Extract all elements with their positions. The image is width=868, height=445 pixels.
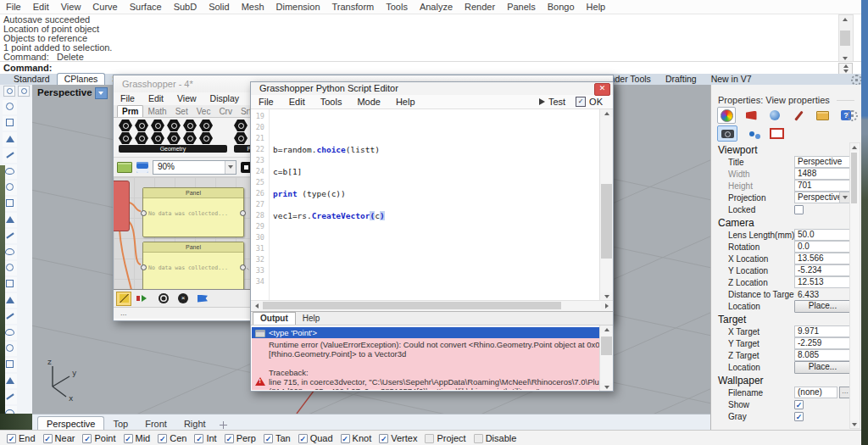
scroll-down-arrow[interactable] bbox=[850, 420, 858, 428]
toolbar-tab-standard[interactable]: Standard bbox=[7, 74, 57, 85]
component-icon[interactable] bbox=[151, 120, 164, 131]
disable-tool-icon[interactable] bbox=[157, 292, 170, 305]
output-tab-help[interactable]: Help bbox=[296, 313, 327, 325]
control-point-curve-icon[interactable] bbox=[3, 148, 17, 163]
checkbox-locked[interactable] bbox=[794, 205, 804, 214]
view-icon-clipping-rectangle[interactable] bbox=[766, 125, 787, 142]
flag-tool-icon[interactable] bbox=[196, 292, 209, 305]
paint-tool-icon[interactable] bbox=[116, 292, 131, 306]
zoom-level-dropdown[interactable]: 90% bbox=[153, 160, 236, 175]
checkbox[interactable]: ✓ bbox=[194, 434, 203, 443]
property-input[interactable]: 0.0 bbox=[794, 241, 851, 253]
osnap-quad[interactable]: ✓Quad bbox=[298, 433, 333, 443]
osnap-knot[interactable]: ✓Knot bbox=[341, 433, 372, 443]
tab-object-properties[interactable] bbox=[717, 107, 736, 124]
gear-icon[interactable] bbox=[847, 110, 858, 121]
properties-scrollbar[interactable] bbox=[849, 142, 860, 429]
menu-solid[interactable]: Solid bbox=[203, 0, 235, 14]
menu-bongo[interactable]: Bongo bbox=[542, 0, 581, 14]
property-input[interactable]: 701 bbox=[794, 180, 851, 192]
viewport-menu-arrow[interactable] bbox=[95, 87, 108, 99]
save-file-icon[interactable] bbox=[136, 162, 148, 173]
code-horizontal-scrollbar[interactable] bbox=[251, 300, 613, 311]
property-input[interactable]: 8.085 bbox=[794, 349, 851, 361]
toolbar-tab-drafting[interactable]: Drafting bbox=[665, 74, 697, 85]
checkbox[interactable]: ✓ bbox=[82, 434, 92, 443]
component-icon[interactable] bbox=[234, 120, 248, 131]
menu-transform[interactable]: Transform bbox=[326, 0, 381, 14]
osnap-disable[interactable]: Disable bbox=[474, 433, 517, 443]
scroll-left-arrow[interactable] bbox=[251, 302, 263, 309]
menu-mesh[interactable]: Mesh bbox=[236, 0, 270, 14]
component-icon[interactable] bbox=[199, 120, 213, 131]
code-lines[interactable]: b=random.choice(listt)c=b[1]print (type(… bbox=[273, 111, 598, 287]
scrollbar-thumb[interactable] bbox=[601, 337, 612, 355]
osnap-vertex[interactable]: ✓Vertex bbox=[379, 433, 417, 443]
scroll-up-arrow[interactable] bbox=[600, 109, 613, 117]
tab-light[interactable] bbox=[766, 108, 783, 123]
checkbox[interactable]: ✓ bbox=[43, 434, 53, 443]
menu-panels[interactable]: Panels bbox=[501, 0, 542, 14]
cplane-object-icon[interactable] bbox=[18, 86, 30, 97]
point-icon[interactable] bbox=[3, 116, 17, 131]
property-input[interactable]: 50.0 bbox=[794, 229, 851, 241]
menu-help[interactable]: Help bbox=[581, 0, 612, 14]
view-icon-light-bulbs[interactable] bbox=[742, 125, 762, 142]
component-icon[interactable] bbox=[199, 132, 213, 144]
test-button[interactable]: Test bbox=[539, 97, 565, 107]
error-component[interactable] bbox=[114, 181, 130, 231]
gh-tab-crv[interactable]: Crv bbox=[214, 106, 236, 117]
component-icon[interactable] bbox=[167, 132, 181, 144]
checkbox[interactable]: ✓ bbox=[7, 434, 16, 443]
menu-render[interactable]: Render bbox=[459, 0, 501, 14]
osnap-project[interactable]: Project bbox=[425, 433, 465, 443]
menu-edit[interactable]: Edit bbox=[27, 0, 55, 14]
scrollbar-thumb[interactable] bbox=[263, 302, 561, 309]
viewport-tab-perspective[interactable]: Perspective bbox=[37, 416, 104, 431]
component-icon[interactable] bbox=[135, 120, 148, 131]
input-dot[interactable] bbox=[141, 210, 147, 216]
menu-subd[interactable]: SubD bbox=[168, 0, 203, 14]
component-icon[interactable] bbox=[119, 132, 132, 144]
property-select[interactable]: Perspective bbox=[794, 192, 851, 203]
component-icon[interactable] bbox=[119, 120, 132, 131]
menu-analyze[interactable]: Analyze bbox=[414, 0, 459, 14]
viewport-title[interactable]: Perspective bbox=[37, 87, 108, 99]
place-button[interactable]: Place... bbox=[794, 300, 851, 313]
panel-component[interactable]: PanelNo data was collected... bbox=[142, 242, 244, 292]
ok-button[interactable]: ✓OK bbox=[576, 97, 603, 107]
gh-menu-display[interactable]: Display bbox=[203, 92, 246, 105]
menu-tools[interactable]: Tools bbox=[380, 0, 414, 14]
property-input[interactable]: 9.971 bbox=[794, 325, 851, 337]
osnap-point[interactable]: ✓Point bbox=[82, 433, 115, 443]
scroll-right-arrow[interactable] bbox=[601, 302, 613, 309]
toolbar-tab-cplanes[interactable]: CPlanes bbox=[57, 73, 106, 85]
gh-menu-file[interactable]: File bbox=[114, 92, 142, 105]
viewport-tab-top[interactable]: Top bbox=[104, 417, 136, 431]
scroll-down-arrow[interactable] bbox=[600, 383, 613, 391]
menu-curve[interactable]: Curve bbox=[86, 0, 123, 14]
gh-tab-set[interactable]: Set bbox=[171, 106, 192, 117]
viewport-tab-right[interactable]: Right bbox=[175, 417, 214, 431]
osnap-near[interactable]: ✓Near bbox=[43, 433, 75, 443]
osnap-end[interactable]: ✓End bbox=[7, 433, 36, 443]
gh-menu-view[interactable]: View bbox=[170, 92, 203, 105]
component-icon[interactable] bbox=[234, 132, 248, 144]
osnap-int[interactable]: ✓Int bbox=[194, 433, 216, 443]
property-input[interactable]: 13.566 bbox=[794, 253, 851, 264]
checkbox-gray[interactable]: ✓ bbox=[794, 412, 804, 421]
checkbox[interactable]: ✓ bbox=[264, 434, 273, 443]
menu-dimension[interactable]: Dimension bbox=[270, 0, 326, 14]
scroll-up-arrow[interactable] bbox=[600, 325, 613, 333]
chevron-down-icon[interactable] bbox=[225, 161, 236, 174]
output-selected-row[interactable]: <type 'Point'> bbox=[252, 327, 599, 338]
component-icon[interactable] bbox=[167, 120, 181, 131]
tab-folder[interactable] bbox=[814, 108, 831, 123]
tab-material[interactable] bbox=[743, 108, 760, 123]
py-menu-mode[interactable]: Mode bbox=[349, 97, 388, 107]
command-spinner[interactable] bbox=[838, 63, 853, 75]
output-dot[interactable] bbox=[240, 264, 246, 270]
output-scrollbar[interactable] bbox=[599, 325, 613, 391]
tab-pen[interactable] bbox=[790, 108, 807, 123]
gh-tab-prm[interactable]: Prm bbox=[117, 105, 143, 117]
